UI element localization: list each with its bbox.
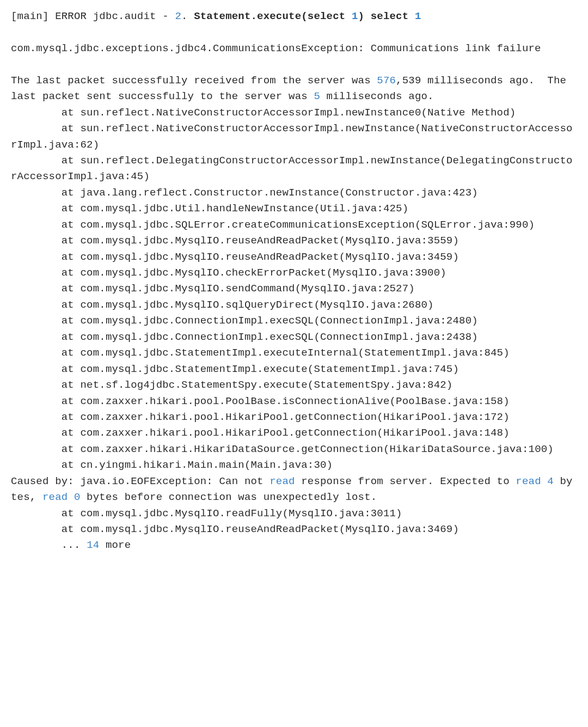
- log-output: [main] ERROR jdbc.audit - 2. Statement.e…: [11, 9, 577, 554]
- header-number: 2: [175, 10, 181, 22]
- more-line: ... 14 more: [11, 539, 131, 551]
- stack-trace: at sun.reflect.NativeConstructorAccessor…: [11, 107, 573, 472]
- log-header-line: [main] ERROR jdbc.audit - 2. Statement.e…: [11, 10, 421, 22]
- packet-info-line: The last packet successfully received fr…: [11, 75, 573, 102]
- exception-line: com.mysql.jdbc.exceptions.jdbc4.Communic…: [11, 42, 541, 54]
- caused-by-line: Caused by: java.io.EOFException: Can not…: [11, 475, 573, 503]
- cause-stack-trace: at com.mysql.jdbc.MysqlIO.readFully(Mysq…: [11, 508, 459, 535]
